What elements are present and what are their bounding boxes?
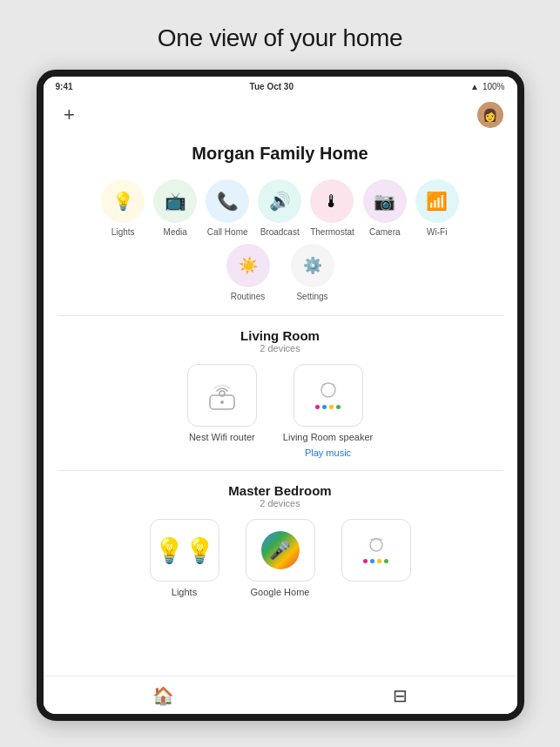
device-bedroom-lights[interactable]: 💡💡 Lights [150,519,219,597]
wifi-label: Wi-Fi [427,227,447,237]
lights-circle: 💡 [101,179,145,223]
app-screen: + 👩 Morgan Family Home 💡 Lights 📺 Media … [44,95,517,711]
speaker-dots [315,405,341,409]
camera-circle: 📷 [363,179,407,223]
dot-blue-2 [370,559,374,563]
status-time: 9:41 [56,82,73,91]
status-right: ▲ 100% [470,82,504,91]
device-google-home[interactable]: 🎤 Google Home [246,519,315,597]
wifi-action-circle: 📶 [415,179,459,223]
bottom-nav: 🏠 ⊟ [44,676,517,714]
page-title: One view of your home [158,24,403,52]
thermostat-circle: 🌡 [310,179,354,223]
dot-blue [322,405,327,409]
status-date: Tue Oct 30 [250,82,293,91]
avatar[interactable]: 👩 [477,102,503,128]
dot-green [336,405,341,409]
settings-circle: ⚙️ [291,244,334,287]
dot-pink [315,405,320,409]
google-home-card: 🎤 [246,519,315,582]
add-button[interactable]: + [57,103,82,127]
nav-menu-icon[interactable]: ⊟ [393,685,408,706]
living-room-devices: Nest Wifi router [57,364,503,458]
dot-pink-2 [363,559,368,563]
bedroom-lights-label: Lights [172,587,197,597]
routines-label: Routines [231,292,265,301]
master-bedroom-devices: 💡💡 Lights 🎤 Google Home [57,519,503,597]
media-circle: 📺 [153,179,197,223]
nest-wifi-card [187,364,257,427]
nest-wifi-icon [203,376,241,414]
call-home-circle: 📞 [206,179,249,223]
device-nest-wifi[interactable]: Nest Wifi router [187,364,257,458]
action-camera[interactable]: 📷 Camera [363,179,407,237]
media-label: Media [164,227,187,237]
bedroom-speaker-dots [363,559,388,563]
call-home-label: Call Home [207,227,248,237]
utility-actions-row: ☀️ Routines ⚙️ Settings [44,244,517,301]
speaker-card [293,364,363,427]
action-settings[interactable]: ⚙️ Settings [291,244,334,301]
tablet-frame: 9:41 Tue Oct 30 ▲ 100% + 👩 Morgan Family… [37,70,524,721]
thermostat-label: Thermostat [310,227,354,237]
action-media[interactable]: 📺 Media [153,179,197,237]
svg-point-4 [370,539,382,551]
broadcast-circle: 🔊 [258,179,301,223]
action-routines[interactable]: ☀️ Routines [226,244,270,301]
living-room-count: 2 devices [57,343,503,353]
quick-actions-row: 💡 Lights 📺 Media 📞 Call Home 🔊 Broadcast… [44,179,517,237]
home-title: Morgan Family Home [44,144,517,164]
nest-wifi-label: Nest Wifi router [189,432,255,442]
bedroom-speaker-icon [364,537,388,556]
action-broadcast[interactable]: 🔊 Broadcast [258,179,301,237]
master-bedroom-count: 2 devices [57,498,503,508]
broadcast-label: Broadcast [260,227,300,237]
master-bedroom-section: Master Bedroom 2 devices 💡💡 Lights 🎤 Goo… [44,471,517,609]
camera-label: Camera [369,227,401,237]
bedroom-lights-card: 💡💡 [150,519,219,582]
bedroom-lights-icon: 💡💡 [154,536,215,565]
svg-point-2 [220,400,224,404]
dot-yellow [329,405,334,409]
google-home-label: Google Home [251,587,310,597]
speaker-label: Living Room speaker [283,432,373,442]
top-bar: + 👩 [44,95,517,135]
living-room-title: Living Room [57,328,503,343]
action-lights[interactable]: 💡 Lights [101,179,145,237]
action-call-home[interactable]: 📞 Call Home [206,179,249,237]
device-living-room-speaker[interactable]: Living Room speaker Play music [283,364,373,458]
dot-yellow-2 [377,559,381,563]
device-bedroom-speaker[interactable] [341,519,411,597]
wifi-icon: ▲ [470,82,479,91]
status-bar: 9:41 Tue Oct 30 ▲ 100% [44,77,517,95]
master-bedroom-title: Master Bedroom [57,483,503,498]
svg-point-3 [321,383,335,397]
routines-circle: ☀️ [226,244,270,287]
action-thermostat[interactable]: 🌡 Thermostat [310,179,354,237]
settings-label: Settings [296,292,327,301]
google-mic-icon: 🎤 [261,531,300,569]
action-wifi[interactable]: 📶 Wi-Fi [415,179,459,237]
bedroom-speaker-card [341,519,411,582]
living-room-section: Living Room 2 devices Nest Wifi rou [44,316,517,470]
battery-icon: 100% [482,82,505,91]
lights-label: Lights [111,227,135,237]
speaker-icon [315,381,341,402]
dot-green-2 [384,559,388,563]
nav-home-icon[interactable]: 🏠 [152,685,174,706]
play-music-link[interactable]: Play music [305,448,351,458]
